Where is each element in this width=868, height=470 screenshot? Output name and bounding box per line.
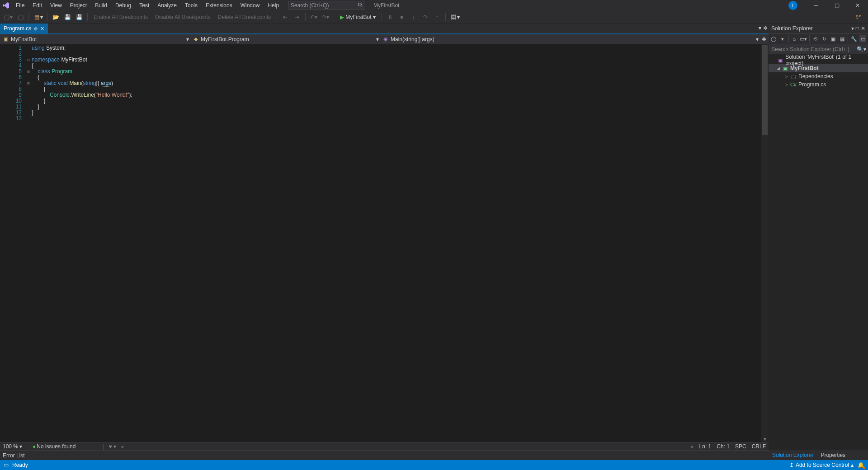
step-into-icon[interactable]: ↓ [409,12,419,22]
open-file-icon[interactable]: 📂 [51,12,61,22]
step-out-icon[interactable]: ↑ [432,12,442,22]
code-editor[interactable]: 12345678910111213 ⊟⊟⊟ using System;names… [0,44,769,442]
issues-indicator[interactable]: ●No issues found [33,443,75,450]
tab-solution-explorer[interactable]: Solution Explorer [769,450,817,460]
maximize-button[interactable]: ▢ [826,0,847,11]
menu-window[interactable]: Window [236,0,264,11]
sx-scope-icon[interactable]: ▭▾ [800,35,807,42]
svg-point-0 [359,3,362,6]
stop-icon[interactable]: ■ [397,12,407,22]
toolbar-separator [305,13,306,21]
menu-debug[interactable]: Debug [111,0,135,11]
sx-home-icon[interactable]: ⌂ [791,35,798,42]
picture-icon[interactable]: 🖼▾ [449,12,461,22]
expand-icon[interactable]: ▷ [784,82,788,87]
menu-help[interactable]: Help [264,0,283,11]
pause-icon[interactable]: ⏸ [385,12,395,22]
sx-back-icon[interactable]: ◯ [770,35,777,42]
nav-class-dropdown[interactable]: ◆ MyFirstBot.Program ▾ [190,34,380,44]
search-icon [358,2,363,8]
fold-column[interactable]: ⊟⊟⊟ [25,44,32,442]
user-avatar[interactable]: L [788,1,797,10]
sx-preview-icon[interactable]: ▭ [859,35,866,42]
tab-properties[interactable]: Properties [817,450,849,460]
add-source-control-button[interactable]: ↥ Add to Source Control ▴ [789,462,854,468]
search-input[interactable]: Search (Ctrl+Q) [288,1,365,10]
tree-label: Program.cs [798,81,826,88]
divider: | [103,443,104,450]
menu-analyze[interactable]: Analyze [153,0,181,11]
close-tab-icon[interactable]: ✕ [40,26,44,32]
toolbar-separator [28,13,29,21]
menu-project[interactable]: Project [66,0,91,11]
indent-icon[interactable]: ⇥ [292,12,302,22]
step-over-icon[interactable]: ↷ [420,12,430,22]
output-icon[interactable]: ▭ [4,462,9,468]
menu-edit[interactable]: Edit [28,0,46,11]
line-ending[interactable]: CRLF [752,443,766,450]
nav-forward-button[interactable]: ◯ [15,12,25,22]
collapse-icon[interactable]: ◢ [776,66,780,70]
toolbar-separator [277,13,277,21]
zoom-dropdown[interactable]: 100 % ▾ [3,443,28,450]
solution-icon: ▣ [778,57,784,63]
nav-project-dropdown[interactable]: ▣ MyFirstBot ▾ [0,34,190,44]
split-editor-button[interactable]: ✚ [760,36,769,42]
disable-breakpoints-button[interactable]: Disable All Breakpoints [152,14,213,20]
sx-collapse-icon[interactable]: ▣ [830,35,837,42]
sx-sync-icon[interactable]: ⟲ [812,35,819,42]
scroll-down-icon[interactable]: ▼ [762,437,768,442]
solution-explorer-search[interactable]: Search Solution Explorer (Ctrl+;) 🔍▾ [769,44,868,54]
enable-breakpoints-button[interactable]: Enable All Breakpoints [91,14,151,20]
menu-build[interactable]: Build [91,0,111,11]
expand-icon[interactable]: ▷ [784,74,788,79]
pin-icon[interactable]: ⊕ [34,26,38,31]
save-icon[interactable]: 💾 [62,12,72,22]
scroll-right-icon[interactable]: ▸ [691,443,694,450]
undo-button[interactable]: ↶▾ [309,12,319,22]
tree-dependencies-node[interactable]: ▷ ⬚ Dependencies [769,72,868,80]
menu-view[interactable]: View [46,0,66,11]
tab-options-icon[interactable]: ✲ [763,25,768,31]
scroll-left-icon[interactable]: ◂ [121,443,123,450]
save-all-icon[interactable]: 💾 [74,12,84,22]
error-list-panel-tab[interactable]: Error List [0,450,769,460]
minimize-button[interactable]: ─ [806,0,826,11]
close-panel-icon[interactable]: ✕ [861,25,865,32]
nav-back-button[interactable]: ◯▾ [2,12,14,22]
notifications-icon[interactable]: 🔔 [857,461,864,469]
start-debug-button[interactable]: ▶ MyFirstBot ▾ [337,14,378,20]
nav-member-dropdown[interactable]: ◉ Main(string[] args) ▾ [380,34,760,44]
menu-tools[interactable]: Tools [181,0,202,11]
scrollbar-thumb[interactable] [762,45,768,135]
redo-button[interactable]: ↷▾ [321,12,330,22]
editor-column: Program.cs ⊕ ✕ ▾ ✲ ▣ MyFirstBot ▾ ◆ MyFi… [0,24,769,460]
tab-program-cs[interactable]: Program.cs ⊕ ✕ [0,24,48,33]
tab-overflow-icon[interactable]: ▾ [759,25,761,31]
indent-mode[interactable]: SPC [735,443,746,450]
close-window-button[interactable]: ✕ [847,0,868,11]
tree-solution-node[interactable]: ▣ Solution 'MyFirstBot' (1 of 1 project) [769,56,868,64]
menu-file[interactable]: File [12,0,28,11]
start-target-label: MyFirstBot [345,14,371,20]
live-share-icon[interactable] [854,12,863,22]
delete-breakpoints-button[interactable]: Delete All Breakpoints [215,14,274,20]
code-text-area[interactable]: using System;namespace MyFirstBot{ class… [32,44,761,442]
sx-properties-icon[interactable]: 🔧 [850,35,857,42]
outdent-icon[interactable]: ⇤ [280,12,290,22]
sx-refresh-icon[interactable]: ↻ [821,35,828,42]
vertical-scrollbar[interactable]: ▲ ▼ [761,44,769,442]
panel-dropdown-icon[interactable]: ▾ [851,25,854,32]
menu-test[interactable]: Test [135,0,153,11]
status-bar: ▭ Ready ↥ Add to Source Control ▴ 🔔 [0,460,868,470]
tree-file-node[interactable]: ▷ C# Program.cs [769,80,868,89]
health-icon[interactable]: ♥ ▾ [108,443,116,450]
sx-show-all-icon[interactable]: ▦ [839,35,846,42]
main-toolbar: ◯▾ ◯ ▤▾ 📂 💾 💾 Enable All Breakpoints Dis… [0,11,868,24]
status-ready: Ready [12,462,28,468]
new-item-button[interactable]: ▤▾ [32,12,44,22]
chevron-down-icon: ▾ [756,36,759,42]
sx-forward-icon[interactable]: ▾ [779,35,786,42]
menu-extensions[interactable]: Extensions [202,0,236,11]
pin-panel-icon[interactable]: □ [856,25,859,32]
